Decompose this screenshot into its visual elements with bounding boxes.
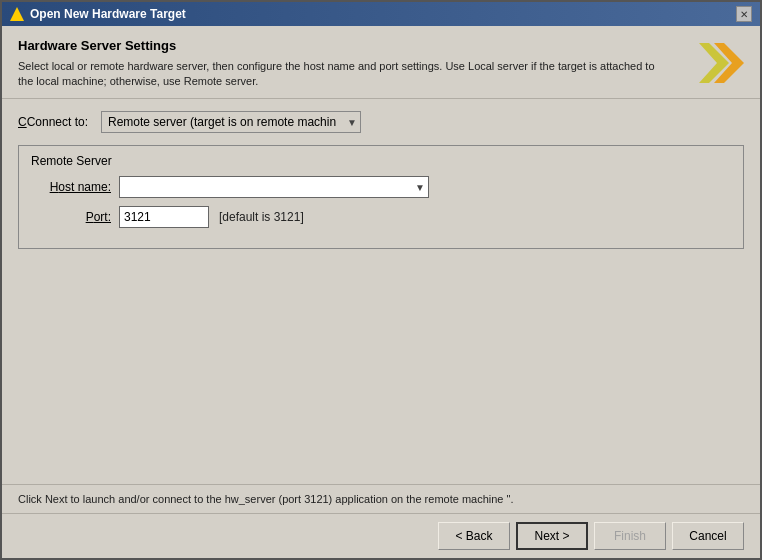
header-title: Hardware Server Settings <box>18 38 684 53</box>
port-row: Port: [default is 3121] <box>31 206 731 228</box>
hostname-wrapper: ▼ <box>119 176 429 198</box>
title-bar: Open New Hardware Target ✕ <box>2 2 760 26</box>
content-area: Hardware Server Settings Select local or… <box>2 26 760 558</box>
hostname-select[interactable] <box>119 176 429 198</box>
hostname-label: Host name: <box>31 180 111 194</box>
port-label: Port: <box>31 210 111 224</box>
finish-button[interactable]: Finish <box>594 522 666 550</box>
header-description: Select local or remote hardware server, … <box>18 59 658 90</box>
remote-server-group: Remote Server Host name: ▼ <box>18 145 744 249</box>
cancel-button[interactable]: Cancel <box>672 522 744 550</box>
server-select-wrapper: Remote server (target is on remote machi… <box>101 111 361 133</box>
port-input[interactable] <box>119 206 209 228</box>
server-select[interactable]: Remote server (target is on remote machi… <box>101 111 361 133</box>
xilinx-logo <box>694 38 744 88</box>
port-default-text: [default is 3121] <box>219 210 304 224</box>
back-button[interactable]: < Back <box>438 522 510 550</box>
header-section: Hardware Server Settings Select local or… <box>2 26 760 99</box>
status-message: Click Next to launch and/or connect to t… <box>2 484 760 513</box>
next-button[interactable]: Next > <box>516 522 588 550</box>
connect-to-row: CConnect to: Remote server (target is on… <box>18 111 744 133</box>
header-text: Hardware Server Settings Select local or… <box>18 38 684 90</box>
group-title: Remote Server <box>31 154 731 168</box>
title-bar-left: Open New Hardware Target <box>10 7 186 21</box>
window-title: Open New Hardware Target <box>30 7 186 21</box>
form-section: CConnect to: Remote server (target is on… <box>2 99 760 484</box>
hostname-row: Host name: ▼ <box>31 176 731 198</box>
app-icon <box>10 7 24 21</box>
button-bar: < Back Next > Finish Cancel <box>2 513 760 558</box>
connect-to-label: CConnect to: <box>18 115 93 129</box>
main-window: Open New Hardware Target ✕ Hardware Serv… <box>0 0 762 560</box>
close-button[interactable]: ✕ <box>736 6 752 22</box>
